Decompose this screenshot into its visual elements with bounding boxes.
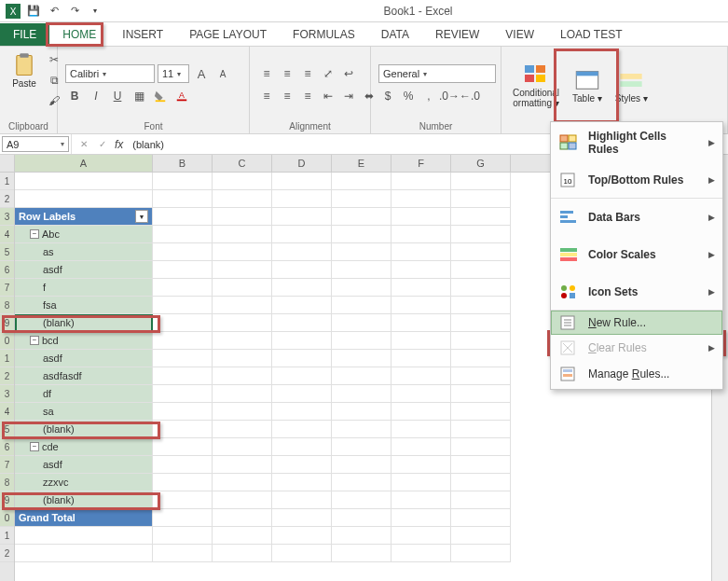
cell[interactable] (213, 190, 272, 208)
cell[interactable] (332, 403, 391, 421)
cell[interactable] (451, 332, 511, 350)
name-box[interactable]: A9▾ (2, 136, 69, 152)
shrink-font-icon[interactable]: A (213, 64, 232, 83)
align-top-icon[interactable]: ≡ (257, 64, 276, 83)
insert-function-icon[interactable]: fx (115, 138, 123, 151)
cell[interactable] (213, 279, 272, 297)
cell[interactable] (391, 491, 451, 509)
cell[interactable] (391, 509, 451, 527)
cell[interactable]: Row Labels▼ (15, 208, 153, 226)
cell[interactable] (15, 527, 153, 545)
cell[interactable] (272, 314, 332, 332)
menu-item-highlight-cells-rules[interactable]: Highlight Cells Rules▶ (551, 124, 722, 161)
font-color-icon[interactable]: A (172, 87, 191, 105)
tab-formulas[interactable]: FORMULAS (280, 23, 368, 46)
cell[interactable] (153, 208, 213, 226)
cell[interactable] (213, 527, 272, 545)
row-header[interactable]: 0 (0, 509, 14, 527)
orientation-icon[interactable]: ⤢ (319, 64, 337, 83)
cell[interactable] (213, 173, 272, 190)
row-header[interactable]: 8 (0, 474, 14, 491)
cell[interactable] (213, 421, 272, 438)
cell[interactable] (451, 509, 511, 527)
cell[interactable] (213, 403, 272, 421)
column-header[interactable]: F (391, 155, 451, 172)
cell[interactable] (391, 527, 451, 545)
cell[interactable]: −bcd (15, 332, 153, 350)
align-left-icon[interactable]: ≡ (257, 87, 276, 105)
cell[interactable] (153, 261, 213, 279)
cell[interactable]: (blank) (15, 314, 153, 332)
cell[interactable] (332, 438, 391, 456)
cell[interactable] (15, 173, 153, 190)
cell[interactable] (332, 385, 391, 403)
wrap-text-icon[interactable]: ↩ (339, 64, 358, 83)
tab-data[interactable]: DATA (368, 23, 422, 46)
cell[interactable] (153, 297, 213, 314)
cell[interactable]: asdf (15, 261, 153, 279)
cell[interactable] (332, 367, 391, 385)
cell[interactable] (272, 243, 332, 261)
cell[interactable] (451, 403, 511, 421)
cell[interactable]: fsa (15, 297, 153, 314)
cell[interactable] (213, 509, 272, 527)
italic-button[interactable]: I (87, 87, 105, 105)
cell[interactable] (213, 226, 272, 243)
tab-review[interactable]: REVIEW (422, 23, 492, 46)
cell[interactable] (153, 190, 213, 208)
qat-customize-icon[interactable]: ▾ (88, 4, 103, 19)
menu-item-data-bars[interactable]: Data Bars▶ (551, 199, 722, 236)
cell[interactable] (213, 208, 272, 226)
column-header[interactable]: A (15, 155, 153, 172)
cell[interactable] (332, 226, 391, 243)
cell[interactable] (153, 491, 213, 509)
row-header[interactable]: 7 (0, 279, 14, 297)
cell[interactable]: (blank) (15, 421, 153, 438)
paste-button[interactable]: Paste (7, 50, 41, 90)
cell[interactable] (391, 332, 451, 350)
cell[interactable] (391, 350, 451, 367)
cell[interactable] (451, 190, 511, 208)
cell[interactable] (213, 474, 272, 491)
cell[interactable] (391, 545, 451, 562)
cell[interactable] (272, 421, 332, 438)
cell[interactable] (332, 474, 391, 491)
cell[interactable] (451, 261, 511, 279)
cell[interactable] (451, 421, 511, 438)
row-header[interactable]: 1 (0, 350, 14, 367)
cell[interactable] (332, 527, 391, 545)
cell[interactable] (153, 367, 213, 385)
cell[interactable] (213, 314, 272, 332)
tab-view[interactable]: VIEW (492, 23, 547, 46)
cell[interactable] (451, 527, 511, 545)
cell[interactable] (213, 243, 272, 261)
row-header[interactable]: 2 (0, 190, 14, 208)
increase-decimal-icon[interactable]: .0→ (440, 87, 459, 105)
cell[interactable]: df (15, 385, 153, 403)
cell[interactable] (153, 456, 213, 474)
cell[interactable] (153, 421, 213, 438)
cancel-icon[interactable]: ✕ (77, 135, 90, 154)
cell[interactable] (153, 350, 213, 367)
cell[interactable] (391, 421, 451, 438)
grow-font-icon[interactable]: A (192, 64, 211, 83)
row-header[interactable]: 7 (0, 456, 14, 474)
collapse-icon[interactable]: − (30, 336, 39, 345)
row-header[interactable]: 8 (0, 297, 14, 314)
align-center-icon[interactable]: ≡ (278, 87, 296, 105)
tab-home[interactable]: HOME (49, 23, 109, 46)
cell[interactable] (272, 226, 332, 243)
borders-icon[interactable]: ▦ (130, 87, 148, 105)
bold-button[interactable]: B (65, 87, 84, 105)
cell[interactable] (213, 438, 272, 456)
cell[interactable] (391, 403, 451, 421)
row-header[interactable]: 9 (0, 491, 14, 509)
cell[interactable] (153, 545, 213, 562)
cell[interactable] (272, 297, 332, 314)
row-header[interactable]: 5 (0, 421, 14, 438)
row-header[interactable]: 9 (0, 314, 14, 332)
row-header[interactable]: 3 (0, 208, 14, 226)
cell[interactable] (332, 297, 391, 314)
cell[interactable] (272, 385, 332, 403)
cell[interactable] (332, 314, 391, 332)
